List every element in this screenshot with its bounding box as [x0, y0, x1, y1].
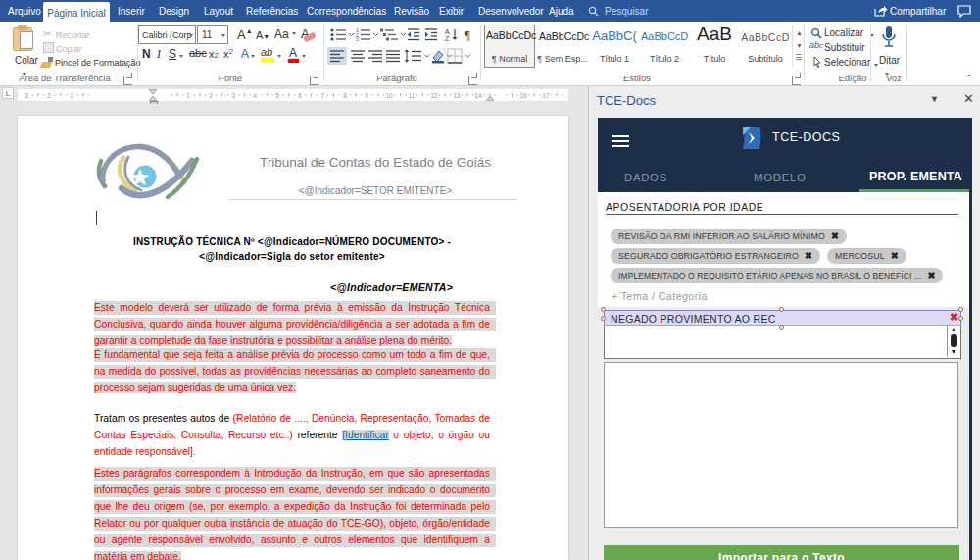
svg-text:A: A [445, 28, 450, 35]
svg-text:13: 13 [453, 92, 461, 99]
svg-text:¶: ¶ [465, 27, 470, 41]
svg-text:3: 3 [231, 92, 235, 99]
svg-text:3: 3 [24, 92, 28, 99]
svg-text:6: 6 [298, 92, 302, 99]
svg-text:12: 12 [430, 92, 438, 99]
svg-text:2: 2 [47, 92, 51, 99]
svg-text:10: 10 [385, 92, 393, 99]
svg-text:11: 11 [409, 92, 416, 99]
svg-text:8: 8 [343, 92, 347, 99]
svg-text:2: 2 [209, 92, 213, 99]
svg-text:16: 16 [519, 92, 527, 99]
svg-text:7: 7 [320, 92, 324, 99]
svg-text:4: 4 [253, 92, 257, 99]
svg-text:3: 3 [356, 36, 359, 41]
svg-text:17: 17 [542, 92, 550, 99]
svg-text:14: 14 [474, 92, 482, 99]
svg-text:1: 1 [70, 92, 74, 99]
svg-text:9: 9 [365, 92, 368, 99]
svg-text:5: 5 [275, 92, 279, 99]
svg-text:Z: Z [445, 35, 450, 41]
svg-text:1: 1 [186, 92, 190, 99]
